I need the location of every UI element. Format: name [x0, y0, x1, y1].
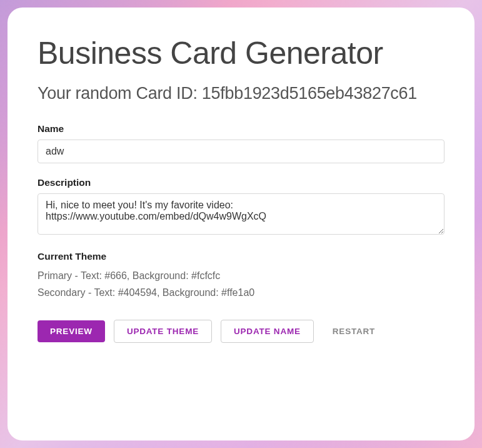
- card-id-display: Your random Card ID: 15fbb1923d5165eb438…: [38, 84, 444, 103]
- theme-secondary-line: Secondary - Text: #404594, Background: #…: [38, 284, 444, 301]
- update-theme-button[interactable]: UPDATE THEME: [114, 320, 212, 343]
- button-row: PREVIEW UPDATE THEME UPDATE NAME RESTART: [38, 320, 444, 343]
- description-field-group: Description: [38, 177, 444, 237]
- description-label: Description: [38, 177, 444, 188]
- theme-label: Current Theme: [38, 251, 444, 262]
- page-title: Business Card Generator: [38, 35, 444, 71]
- description-textarea[interactable]: [38, 193, 444, 235]
- theme-section: Current Theme Primary - Text: #666, Back…: [38, 251, 444, 301]
- theme-primary-line: Primary - Text: #666, Background: #fcfcf…: [38, 267, 444, 284]
- name-field-group: Name: [38, 123, 444, 163]
- restart-button[interactable]: RESTART: [323, 320, 385, 342]
- name-input[interactable]: [38, 140, 444, 163]
- card-id-prefix: Your random Card ID:: [38, 84, 202, 103]
- main-card: Business Card Generator Your random Card…: [8, 8, 474, 440]
- name-label: Name: [38, 123, 444, 135]
- card-id-value: 15fbb1923d5165eb43827c61: [202, 84, 417, 103]
- preview-button[interactable]: PREVIEW: [38, 320, 105, 342]
- update-name-button[interactable]: UPDATE NAME: [221, 320, 314, 343]
